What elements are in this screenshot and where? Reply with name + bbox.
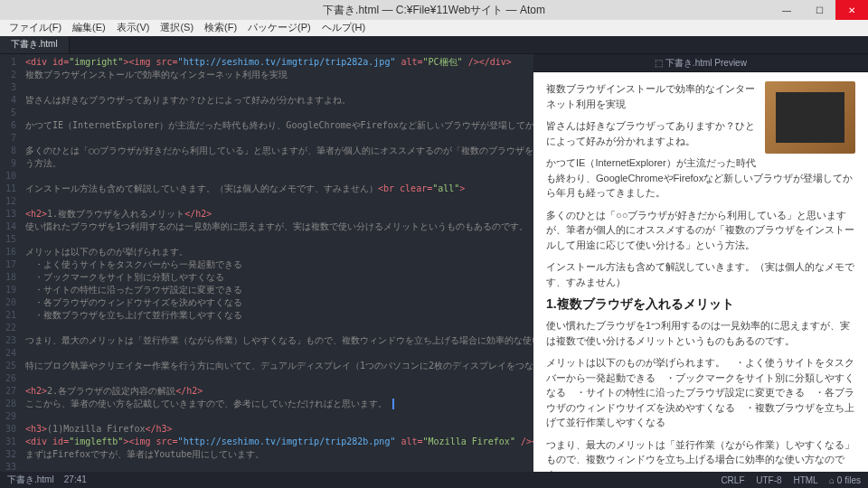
statusbar: 下書き.html 27:41 CRLF UTF-8 HTML ⌂ 0 files bbox=[0, 472, 868, 488]
status-encoding[interactable]: UTF-8 bbox=[756, 475, 781, 485]
preview-body[interactable]: 複数ブラウザインストールで効率的なインターネット利用を実現 皆さんは好きなブラウ… bbox=[533, 72, 868, 472]
preview-text: 多くのひとは「○○ブラウザが好きだから利用している」と思いますが、筆者が個人的に… bbox=[546, 208, 855, 253]
tab-editor[interactable]: 下書き.html bbox=[0, 36, 70, 53]
code-area[interactable]: <div id="imgright"><img src="http://sesh… bbox=[22, 54, 533, 472]
maximize-button[interactable]: ☐ bbox=[803, 0, 835, 20]
menubar: ファイル(F) 編集(E) 表示(V) 選択(S) 検索(F) パッケージ(P)… bbox=[0, 20, 868, 36]
menu-edit[interactable]: 編集(E) bbox=[67, 20, 111, 36]
window-title: 下書き.html — C:¥File¥11Webサイト — Atom bbox=[98, 3, 770, 18]
tab-preview[interactable]: ⬚ 下書き.html Preview bbox=[533, 54, 868, 72]
menu-view[interactable]: 表示(V) bbox=[111, 20, 156, 36]
preview-text: かつてIE（InternetExplorer）が主流だった時代も終わり、Goog… bbox=[546, 155, 855, 201]
status-syntax[interactable]: HTML bbox=[793, 475, 817, 485]
menu-search[interactable]: 検索(F) bbox=[199, 20, 242, 36]
gutter: 1 2 3 4 5 6 7 8 9 10 11 12 13 14 15 16 1… bbox=[0, 54, 22, 472]
code-editor[interactable]: 1 2 3 4 5 6 7 8 9 10 11 12 13 14 15 16 1… bbox=[0, 54, 533, 472]
menu-help[interactable]: ヘルプ(H) bbox=[316, 20, 371, 36]
preview-h2: 1.複数ブラウザを入れるメリット bbox=[546, 296, 855, 313]
menu-file[interactable]: ファイル(F) bbox=[4, 20, 67, 36]
editor-tabs: 下書き.html bbox=[0, 36, 868, 54]
preview-pane: ⬚ 下書き.html Preview 複数ブラウザインストールで効率的なインター… bbox=[533, 54, 868, 472]
status-filename[interactable]: 下書き.html bbox=[7, 474, 54, 484]
menu-select[interactable]: 選択(S) bbox=[155, 20, 199, 36]
preview-text: つまり、最大のメリットは「並行作業（ながら作業）しやすくなる」もので、複数ウィン… bbox=[546, 437, 855, 473]
minimize-button[interactable]: — bbox=[770, 0, 803, 20]
status-git[interactable]: ⌂ 0 files bbox=[829, 475, 861, 485]
preview-text: メリットは以下のものが挙げられます。 ・よく使うサイトをタスクバーから一発起動で… bbox=[546, 355, 855, 430]
menu-packages[interactable]: パッケージ(P) bbox=[242, 20, 316, 36]
preview-image bbox=[765, 81, 855, 154]
status-cursor-pos[interactable]: 27:41 bbox=[64, 474, 87, 484]
titlebar: 下書き.html — C:¥File¥11Webサイト — Atom — ☐ ✕ bbox=[0, 0, 868, 20]
preview-text: 使い慣れたブラウザを1つ利用するのは一見効率的に思えますが、実は複数で使い分ける… bbox=[546, 318, 855, 348]
status-lineending[interactable]: CRLF bbox=[721, 475, 744, 485]
preview-text: インストール方法も含めて解説していきます。（実は個人的なメモです、すみません） bbox=[546, 259, 855, 289]
close-button[interactable]: ✕ bbox=[835, 0, 868, 20]
